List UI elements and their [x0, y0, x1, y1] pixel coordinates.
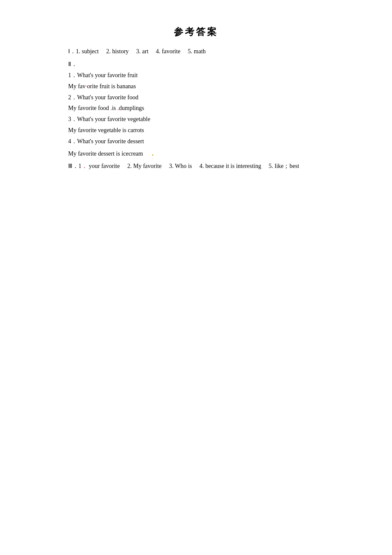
section-II-item-4-answer: My favorite dessert is icecream ．	[68, 147, 324, 160]
page-title: 参考答案	[68, 26, 324, 38]
section-I-line: Ⅰ．1. subject 2. history 3. art 4. favori…	[68, 46, 324, 57]
yellow-dot: ．	[149, 150, 156, 157]
section-II-item-3-answer: My favorite vegetable is carrots	[68, 125, 324, 136]
section-II-item-4-question: 4．What's your favorite dessert	[68, 136, 324, 147]
section-II-item-1-answer: My fav·orite fruit is bananas	[68, 81, 324, 92]
section-I: Ⅰ．1. subject 2. history 3. art 4. favori…	[68, 46, 324, 57]
section-III: Ⅲ．1． your favorite 2. My favorite 3. Who…	[68, 161, 324, 172]
section-II-item-2-answer: My favorite food .is .dumplings	[68, 103, 324, 114]
section-II: Ⅱ． 1．What's your favorite fruit My fav·o…	[68, 59, 324, 160]
section-III-line: Ⅲ．1． your favorite 2. My favorite 3. Who…	[68, 161, 324, 172]
section-II-label-line: Ⅱ．	[68, 59, 324, 70]
section-II-item-2-question: 2．What's your favorite food	[68, 92, 324, 103]
section-II-item-3-question: 3．What's your favorite vegetable	[68, 114, 324, 125]
section-II-item-1-question: 1．What's your favorite fruit	[68, 70, 324, 81]
page: 参考答案 Ⅰ．1. subject 2. history 3. art 4. f…	[0, 0, 392, 555]
